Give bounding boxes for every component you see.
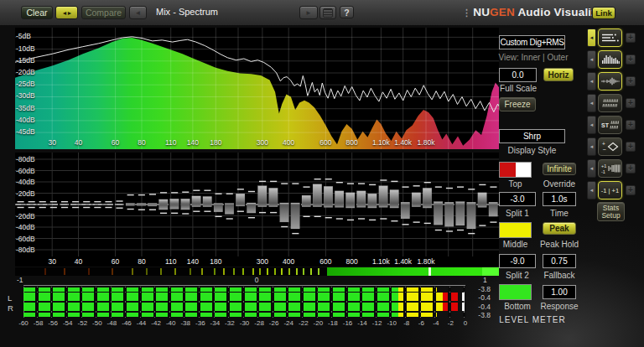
correlation-tick [242,268,244,275]
view-tab-arrow-icon[interactable]: ◂ [587,159,596,178]
response-value-box[interactable]: 1.00 [543,285,576,299]
correlation-barcode-icon: +1 -1 [600,163,621,174]
balance-db-label: -80dB [16,246,35,254]
correlation-tick [64,268,65,275]
spectrum-db-label: -30dB [16,91,35,100]
preset-list-button[interactable] [319,6,336,19]
meter-channel-label: R [8,303,13,313]
view-tab-arrow-icon[interactable]: ◂ [587,137,596,156]
correlation-tick [223,268,225,275]
middle-label: Middle [499,240,532,249]
link-button[interactable]: Link [592,7,615,19]
add-view-button[interactable]: + [626,98,636,108]
next-preset-icon[interactable]: ► [299,6,318,19]
bottom-color-swatch[interactable] [499,284,532,300]
horiz-button[interactable]: Horiz [543,68,574,81]
view-tab-arrow-icon[interactable]: ◂ [587,116,596,134]
view-mode-label[interactable]: View: Inner | Outer [496,53,571,62]
bottom-label: Bottom [499,302,536,311]
view-tab-arrow-icon[interactable]: ◂ [587,94,596,112]
balance-db-label: -60dB [16,235,35,243]
balance-freq-label: 300 [257,257,268,266]
view-button-correlation-range[interactable]: -1 | +1 [598,181,622,199]
freeze-button[interactable]: Freeze [499,97,536,111]
fallback-label: Fallback [539,271,579,280]
top-color-swatch[interactable] [499,162,532,178]
add-view-button[interactable]: + [626,142,636,152]
correlation-strip[interactable] [15,267,499,276]
display-style-label: Display Style [499,146,565,155]
correlation-tick [259,268,261,275]
view-button-vectorscope[interactable]: +− [598,137,622,156]
view-button-stereo-spectrogram[interactable]: ST [598,116,622,134]
balance-freq-label: 1.10k [372,257,390,266]
spectrum-freq-label: 400 [283,138,294,147]
view-tab-arrow-icon[interactable]: ◂ [587,50,596,69]
clear-button[interactable]: Clear [21,6,53,19]
correlation-notch [428,267,431,276]
view-button-correlation-spectrum[interactable]: +1 -1 [598,159,622,178]
view-row-correlation-range: ◂ -1 | +1 + [587,181,639,199]
vectorscope-diamond-icon: +− [600,141,621,153]
spectrum-freq-label: 600 [319,138,331,147]
add-view-button[interactable]: + [626,120,636,130]
swap-ab-icon[interactable]: ◄► [55,6,78,19]
correlation-tick [310,268,312,275]
full-scale-value-box[interactable]: 0.0 [499,68,537,82]
help-button[interactable]: ? [340,6,354,18]
view-tab-arrow-icon[interactable]: ◂ [587,28,596,47]
balance-display[interactable]: -20dB-40dB-60dB-80dB-80dB-60dB-40dB-20dB… [15,153,499,267]
view-button-meter[interactable] [598,28,622,47]
svg-text:-1: -1 [601,169,605,174]
spectrum-freq-label: 1.10k [372,138,390,147]
view-button-spectrum[interactable] [598,50,622,69]
add-view-button[interactable]: + [626,33,636,43]
view-button-waveform[interactable] [598,72,622,91]
correlation-tick [303,268,304,275]
correlation-tick [288,268,290,275]
preset-selector[interactable]: Mix - Spectrum [156,7,218,17]
balance-freq-label: 30 [48,257,55,266]
middle-color-swatch[interactable] [499,222,532,238]
balance-freq-label: 60 [112,257,119,266]
fallback-value-box[interactable]: 0.75 [543,254,576,268]
meter-readout: -0.4 [466,303,491,311]
meter-channel-label: L [8,293,12,303]
middle-color [500,223,531,237]
display-style-box[interactable]: Shrp [499,129,565,143]
meter-peak-hold-mark [462,293,465,301]
add-view-button[interactable]: + [626,163,636,174]
time-value-box[interactable]: 1.0s [543,192,576,206]
waveform-icon [600,75,621,87]
view-row-waveform: ◂ + [587,72,639,91]
balance-freq-label: 40 [75,257,82,266]
stats-setup-button[interactable]: StatsSetup [597,202,625,221]
split1-value-box[interactable]: -3.0 [499,192,536,206]
compare-button[interactable]: Compare [81,6,126,19]
add-view-button[interactable]: + [626,76,636,86]
spectrum-display[interactable]: -5dB-10dB-15dB-20dB-25dB-30dB-35dB-40dB-… [15,28,499,149]
view-button-spectrogram[interactable] [598,94,622,112]
override-button[interactable]: Infinite [543,163,576,175]
peak-button[interactable]: Peak [543,222,576,235]
prev-preset-icon[interactable]: ◄ [129,6,147,19]
view-tab-arrow-icon[interactable]: ◂ [587,181,596,199]
visualizer-window: Clear ◄► Compare ◄ Mix - Spectrum ► ? ⋮N… [0,0,644,347]
meter-readout: -3.8 [466,285,491,293]
meter-mode-box[interactable]: Custom Dig+RMS [499,35,565,49]
view-row-correlation-spectrum: ◂ +1 -1 + [587,159,639,178]
correlation-tick [190,268,191,275]
time-label: Time [543,209,576,218]
meter-bar-row [23,293,465,301]
balance-freq-label: 600 [319,257,331,266]
balance-freq-label: 1.80k [418,257,435,266]
svg-text:−: − [602,147,605,153]
balance-db-label: -20dB [16,189,35,198]
correlation-tick [44,268,46,275]
split2-value-box[interactable]: -9.0 [499,254,536,268]
svg-text:+1: +1 [601,163,606,168]
view-tab-arrow-icon[interactable]: ◂ [587,72,596,91]
add-view-button[interactable]: + [626,185,636,195]
add-view-button[interactable]: + [626,54,636,65]
correlation-mid-label: 0 [248,276,265,284]
